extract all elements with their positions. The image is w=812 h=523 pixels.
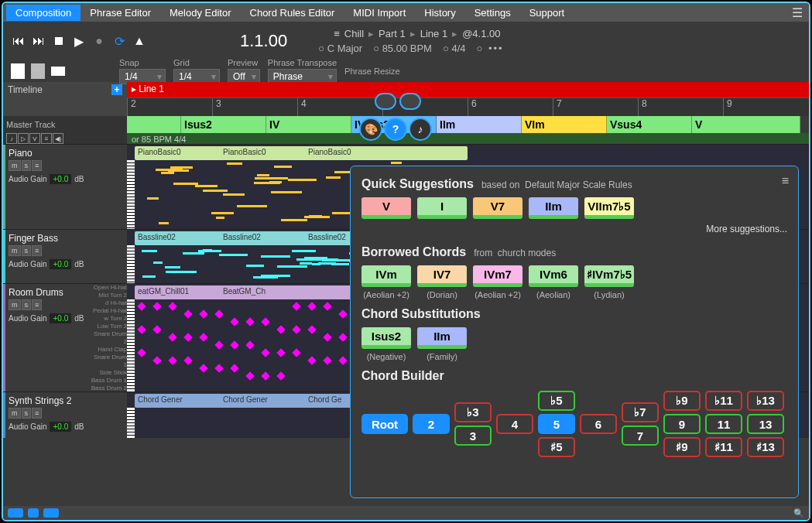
builder-4[interactable]: 4 — [496, 414, 533, 434]
builder-2[interactable]: 2 — [413, 414, 450, 434]
timeline-line[interactable]: ▸ Line 1 — [127, 82, 809, 97]
chord-IIm[interactable]: IIm — [437, 116, 522, 133]
builder-♭3[interactable]: ♭3 — [454, 402, 492, 422]
builder-♯9[interactable]: ♯9 — [663, 437, 701, 457]
builder-♯5[interactable]: ♯5 — [538, 437, 575, 457]
sb-btn-3[interactable] — [43, 508, 59, 518]
builder-♭5[interactable]: ♭5 — [538, 391, 575, 411]
search-icon[interactable]: 🔍 — [793, 508, 804, 518]
sb-btn-1[interactable] — [8, 508, 23, 518]
builder-13[interactable]: 13 — [747, 414, 784, 434]
timesig-display[interactable]: 4/4 — [443, 43, 466, 54]
builder-♯13[interactable]: ♯13 — [747, 437, 784, 457]
stop-button[interactable]: ⏹ — [51, 33, 67, 49]
builder-♭13[interactable]: ♭13 — [747, 391, 784, 411]
sb-btn-2[interactable] — [28, 508, 39, 518]
new-doc-icon[interactable] — [11, 63, 25, 79]
builder-♯11[interactable]: ♯11 — [705, 437, 742, 457]
rewind-button[interactable]: ⏮ — [11, 33, 26, 49]
chord-Isus2[interactable]: Isus2 — [181, 116, 266, 133]
tab-history[interactable]: History — [415, 5, 464, 21]
play-button[interactable]: ▶ — [71, 33, 87, 49]
track-header-bass[interactable]: Finger Bass ms≡ Audio Gain+0.0dB — [3, 230, 127, 283]
chord-VIm[interactable]: VIm — [522, 116, 607, 133]
tab-midi-import[interactable]: MIDI Import — [344, 5, 415, 21]
tab-settings[interactable]: Settings — [465, 5, 520, 21]
piano-mini-icon[interactable]: ♪ — [6, 133, 17, 144]
playhead-position: 1.1.00 — [240, 31, 287, 51]
clip[interactable]: PianoBasic0 — [305, 146, 468, 160]
track-header-drums[interactable]: Room Drums ms≡ Audio Gain+0.0dBOpen Hi-h… — [3, 284, 127, 391]
knob-icon[interactable] — [375, 93, 396, 110]
breadcrumb[interactable]: ≡ Chill▸ Part 1▸ Line 1▸ @4.1.00 — [334, 28, 503, 39]
chord-suggestion-IVm6[interactable]: IVm6 — [529, 265, 578, 287]
chord-suggestion-VIIm7♭5[interactable]: VIIm7♭5 — [584, 197, 634, 219]
tab-composition[interactable]: Composition — [6, 5, 81, 21]
builder-♭11[interactable]: ♭11 — [705, 391, 742, 411]
main-tabs: CompositionPhrase EditorMelody EditorCho… — [3, 3, 809, 22]
loop-button[interactable]: ⟳ — [111, 33, 127, 49]
more-icon[interactable]: ••• — [477, 43, 504, 54]
chord-suggestion-Isus2[interactable]: Isus2 — [361, 327, 411, 349]
tab-phrase-editor[interactable]: Phrase Editor — [81, 5, 160, 21]
track-header-strings[interactable]: Synth Strings 2 ms≡ Audio Gain+0.0dB — [3, 392, 127, 438]
builder-root[interactable]: Root — [361, 414, 408, 434]
speaker-icon[interactable]: ◀) — [53, 133, 63, 144]
chord-suggestion-V[interactable]: V — [361, 197, 411, 219]
ruler[interactable]: 23456789 — [127, 97, 809, 116]
controls-bar: Snap1/4 Grid1/4 PreviewOff Phrase Transp… — [3, 60, 809, 82]
status-bar: 🔍 — [3, 506, 809, 520]
chord-V[interactable]: V — [692, 116, 800, 133]
chord-suggestion-IVm7[interactable]: IVm7 — [473, 265, 522, 287]
transport-bar: ⏮ ⏭ ⏹ ▶ ● ⟳ ▲ 1.1.00 ≡ Chill▸ Part 1▸ Li… — [3, 22, 809, 60]
docs-icon[interactable] — [31, 63, 45, 79]
more-suggestions-link[interactable]: More suggestions... — [361, 224, 787, 234]
builder-9[interactable]: 9 — [663, 414, 701, 434]
builder-11[interactable]: 11 — [705, 414, 742, 434]
builder-7[interactable]: 7 — [622, 426, 659, 446]
metronome-button[interactable]: ▲ — [132, 33, 147, 49]
builder-♭9[interactable]: ♭9 — [663, 391, 701, 411]
key-display[interactable]: C Major — [318, 43, 362, 54]
forward-button[interactable]: ⏭ — [31, 33, 46, 49]
builder-3[interactable]: 3 — [454, 426, 492, 446]
tempo-display[interactable]: 85.00 BPM — [373, 43, 432, 54]
chord-suggestion-IIm[interactable]: IIm — [529, 197, 578, 219]
tab-chord-rules-editor[interactable]: Chord Rules Editor — [241, 5, 344, 21]
chord- [interactable] — [127, 116, 181, 133]
master-track-header: Master Track — [3, 116, 127, 133]
tab-melody-editor[interactable]: Melody Editor — [160, 5, 240, 21]
chord-suggestion-I[interactable]: I — [417, 197, 467, 219]
track-header-piano[interactable]: Piano ms≡ Audio Gain+0.0dB — [3, 145, 127, 229]
piano-icon[interactable]: ♪ — [409, 118, 432, 141]
chord-suggestions-panel: ≡ Quick Suggestions based on Default Maj… — [350, 166, 799, 498]
chord-suggestion-V7[interactable]: V7 — [473, 197, 522, 219]
chord-suggestion-IIm[interactable]: IIm — [417, 327, 467, 349]
help-icon[interactable]: ? — [384, 118, 407, 141]
keyboard-icon[interactable] — [399, 93, 421, 110]
chord-suggestion-♯IVm7♭5[interactable]: ♯IVm7♭5 — [584, 265, 634, 287]
builder-6[interactable]: 6 — [580, 414, 617, 434]
panel-menu-icon[interactable]: ≡ — [782, 174, 789, 188]
palette-icon[interactable]: 🎨 — [359, 118, 382, 141]
tab-support[interactable]: Support — [520, 5, 574, 21]
chord-suggestion-IVm[interactable]: IVm — [361, 265, 411, 287]
chord-suggestion-IV7[interactable]: IV7 — [417, 265, 467, 287]
builder-♭7[interactable]: ♭7 — [622, 402, 659, 422]
chord-IV[interactable]: IV — [266, 116, 351, 133]
chord-Vsus4[interactable]: Vsus4 — [607, 116, 692, 133]
builder-5[interactable]: 5 — [538, 414, 575, 434]
add-timeline-button[interactable]: + — [111, 84, 122, 95]
card-icon[interactable] — [51, 67, 65, 76]
timeline-header: Timeline + — [3, 82, 127, 97]
record-button[interactable]: ● — [91, 33, 107, 49]
database-icon[interactable]: ☰ — [792, 5, 803, 20]
chord-lane[interactable]: Isus2IVIVsus2IImVImVsus4V — [127, 116, 809, 133]
